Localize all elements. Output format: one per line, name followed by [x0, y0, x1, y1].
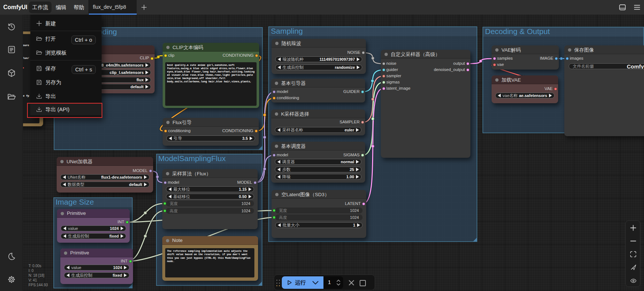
svg-text:Decoding & Output: Decoding & Output	[485, 27, 550, 36]
svg-text:Sampling: Sampling	[271, 27, 303, 35]
svg-text:Image Size: Image Size	[56, 198, 94, 206]
svg-text:ModelSamplingFlux: ModelSamplingFlux	[158, 154, 226, 163]
